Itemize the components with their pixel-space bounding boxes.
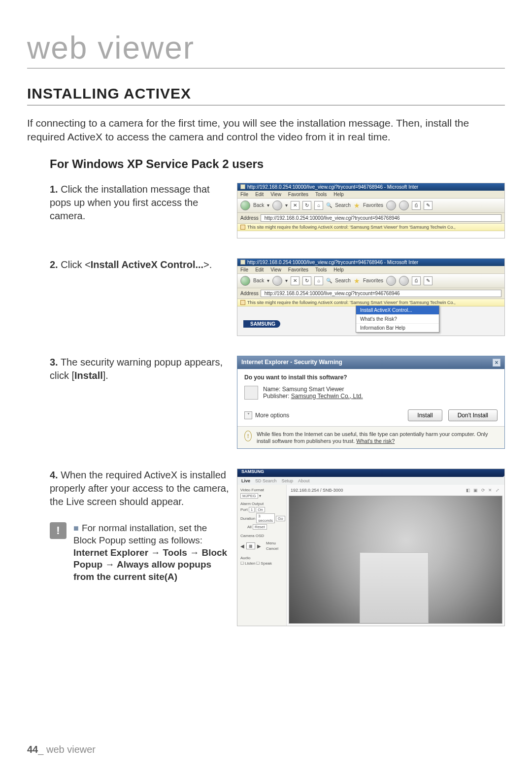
fwd-chevron-icon[interactable]: ▾ [285,278,288,283]
search-icon[interactable]: 🔍 [326,202,332,208]
duration-label: Duration [240,516,255,521]
more-options-label: More options [255,412,289,419]
edit-button[interactable]: ✎ [424,276,432,285]
address-input[interactable]: http://192.168.0.254:10000/live_view.cgi… [261,290,501,297]
audio-listen-checkbox[interactable]: ☐ [240,561,244,566]
print-button[interactable]: ⎙ [412,201,421,210]
shield-icon [240,225,245,230]
back-chevron-icon[interactable]: ▾ [267,202,269,208]
live-video [289,496,502,624]
address-url: http://192.168.0.254:10000/live_view.cgi… [265,215,400,221]
name-value: Samsung Smart Viewer [282,386,344,393]
menu-help[interactable]: Help [333,267,344,272]
publisher-link[interactable]: Samsung Techwin Co., Ltd. [291,393,363,400]
menu-tools[interactable]: Tools [315,267,327,272]
more-options-toggle[interactable]: ˅ More options [244,411,289,419]
on-button[interactable]: On [256,507,265,512]
step1-text: Click the installation message that pops… [50,184,210,221]
stop-button[interactable]: ✕ [291,276,299,285]
menu-favorites[interactable]: Favorites [288,267,308,272]
footer-label: web viewer [46,744,96,755]
ie-menubar[interactable]: File Edit View Favorites Tools Help [237,266,504,274]
video-format-select[interactable]: MJPEG [240,493,258,499]
close-button[interactable]: × [493,359,500,367]
step-3: 3. The security warning popup appears, c… [50,356,505,449]
favorites-icon[interactable]: ★ [354,202,360,209]
address-label: Address [240,291,259,296]
favorites-label: Favorites [363,202,383,208]
information-bar[interactable]: This site might require the following Ac… [237,224,504,231]
go-button[interactable]: Go [276,516,285,521]
figure-ie-infobar: http://192.168.0.254:10000/live_view.cgi… [237,183,505,238]
forward-button[interactable] [272,201,282,210]
menu-edit[interactable]: Edit [255,267,264,272]
mail-button[interactable] [399,201,409,210]
dont-install-button[interactable]: Don't Install [448,409,498,421]
history-button[interactable] [386,276,396,286]
stop-button[interactable]: ✕ [291,201,299,210]
menu-file[interactable]: File [240,192,248,197]
back-button[interactable] [240,276,250,286]
ctx-info-bar-help[interactable]: Information Bar Help [356,324,439,332]
ie-menubar[interactable]: File Edit View Favorites Tools Help [237,191,504,199]
chevron-down-icon: ˅ [244,411,252,419]
ie-page-icon [240,184,245,189]
menu-view[interactable]: View [270,267,281,272]
ctx-install-activex[interactable]: Install ActiveX Control... [356,306,439,315]
figure-ie-context-menu: http://192.168.0.254:10000/live_view.cgi… [237,258,505,336]
port-select[interactable]: 1 [249,507,255,512]
print-button[interactable]: ⎙ [412,276,421,285]
context-menu: Install ActiveX Control... What's the Ri… [356,305,439,333]
tab-sd-search[interactable]: SD Search [255,478,277,483]
osd-menu-button[interactable]: Menu [266,541,278,545]
fwd-chevron-icon[interactable]: ▾ [285,202,288,208]
back-label: Back [253,202,264,208]
menu-tools[interactable]: Tools [315,192,327,197]
history-button[interactable] [386,201,396,210]
favorites-icon[interactable]: ★ [354,277,360,285]
menu-view[interactable]: View [270,192,281,197]
home-button[interactable]: ⌂ [314,276,323,285]
chevron-down-icon[interactable]: ▾ [259,494,261,498]
menu-favorites[interactable]: Favorites [288,192,308,197]
tab-about[interactable]: About [298,478,310,483]
forward-button[interactable] [272,276,282,286]
ie-toolbar: Back ▾ ▾ ✕ ↻ ⌂ 🔍 Search ★ Favorites ⎙ ✎ [237,199,504,213]
home-button[interactable]: ⌂ [314,201,323,210]
audio-speak-checkbox[interactable]: ☐ [256,561,260,566]
install-button[interactable]: Install [408,409,442,421]
refresh-button[interactable]: ↻ [302,201,311,210]
side-audio-label: Audio [240,556,283,560]
menu-file[interactable]: File [240,267,248,272]
name-label: Name: [263,386,280,393]
menu-help[interactable]: Help [333,192,344,197]
osd-center-button[interactable]: ▦ [246,542,255,549]
osd-left-icon[interactable]: ◀ [240,543,244,549]
menu-edit[interactable]: Edit [255,192,264,197]
step3-bold: Install [74,370,103,381]
search-icon[interactable]: 🔍 [326,278,332,283]
mail-button[interactable] [399,276,409,286]
osd-right-icon[interactable]: ▶ [257,543,261,549]
edit-button[interactable]: ✎ [424,201,432,210]
reset-button[interactable]: Reset [253,524,267,530]
whats-the-risk-link[interactable]: What's the risk? [356,438,395,444]
back-label: Back [253,278,264,283]
dialog-question: Do you want to install this software? [244,374,498,381]
all-label: All [247,525,252,529]
bullet-icon: ■ [73,523,79,533]
back-button[interactable] [240,201,250,210]
ctx-whats-the-risk[interactable]: What's the Risk? [356,315,439,324]
figure-live-viewer: SAMSUNG Live SD Search Setup About Video… [237,469,505,626]
step-1: 1. Click the installation message that p… [50,183,505,238]
tab-live[interactable]: Live [241,478,250,483]
listen-label: Listen [245,561,255,566]
address-input[interactable]: http://192.168.0.254:10000/live_view.cgi… [261,214,501,222]
step2-bold: Install ActiveX Control... [91,259,203,270]
tab-setup[interactable]: Setup [282,478,294,483]
viewer-action-icons[interactable]: ◧ ▣ ⟳ ✕ ⤢ [466,488,500,493]
osd-cancel-button[interactable]: Cancel [266,546,278,551]
back-chevron-icon[interactable]: ▾ [267,278,269,283]
duration-select[interactable]: 3 seconds [256,513,275,523]
refresh-button[interactable]: ↻ [302,276,311,285]
